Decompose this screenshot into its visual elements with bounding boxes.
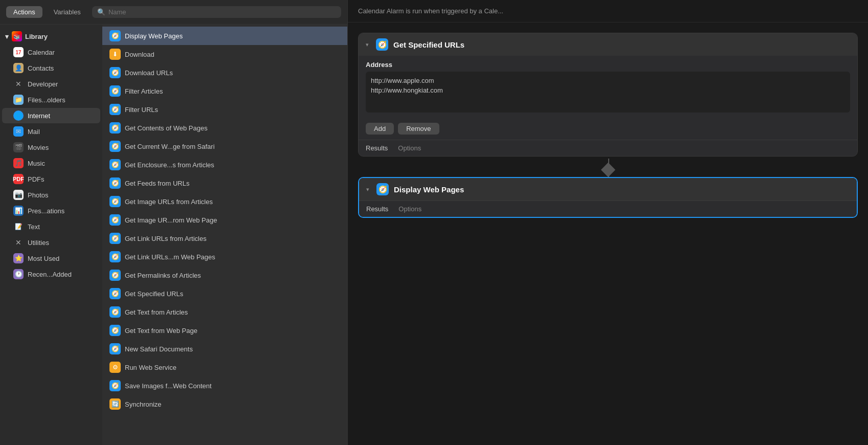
sidebar-item-files[interactable]: 📁 Files...olders: [2, 92, 100, 107]
action-label: Get Contents of Web Pages: [125, 124, 208, 132]
sidebar-item-label: Files...olders: [28, 96, 65, 104]
card-display-web-pages: ▾ 🧭 Display Web Pages Results Options: [358, 177, 858, 218]
card2-header[interactable]: ▾ 🧭 Display Web Pages: [359, 178, 857, 201]
tab-options-card2[interactable]: Options: [398, 205, 421, 213]
photos-icon: 📷: [13, 190, 24, 200]
panels: ▾ 📚 Library 17 Calendar 👤 Contacts ✕ Dev…: [0, 25, 347, 445]
internet-icon: 🌐: [13, 110, 24, 121]
safari-icon-get-link-urls-webpages: 🧭: [109, 251, 121, 262]
sidebar-item-label: Movies: [28, 144, 49, 151]
safari-icon-get-contents: 🧭: [109, 122, 121, 134]
card1-icon: 🧭: [376, 38, 388, 51]
safari-icon-get-image-url-webpage: 🧭: [109, 214, 121, 226]
sidebar-item-internet[interactable]: 🌐 Internet: [2, 108, 100, 123]
action-item-save-images[interactable]: 🧭 Save Images f...Web Content: [102, 376, 347, 395]
action-item-get-image-urls-articles[interactable]: 🧭 Get Image URLs from Articles: [102, 192, 347, 211]
tab-results-card2[interactable]: Results: [366, 205, 388, 213]
sidebar-item-movies[interactable]: 🎬 Movies: [2, 140, 100, 155]
action-label: Filter URLs: [125, 106, 158, 114]
safari-icon-get-text-articles: 🧭: [109, 306, 121, 318]
sidebar-item-developer[interactable]: ✕ Developer: [2, 76, 100, 92]
action-item-run-web-service[interactable]: ⚙ Run Web Service: [102, 358, 347, 376]
card1-tabs: Results Options: [359, 140, 857, 156]
action-item-get-link-urls-articles[interactable]: 🧭 Get Link URLs from Articles: [102, 229, 347, 248]
action-item-get-link-urls-webpages[interactable]: 🧭 Get Link URLs...m Web Pages: [102, 248, 347, 266]
action-label: Download: [125, 51, 154, 58]
sidebar-item-presentations[interactable]: 📊 Pres...ations: [2, 203, 100, 218]
add-button[interactable]: Add: [366, 123, 394, 135]
sidebar-item-calendar[interactable]: 17 Calendar: [2, 44, 100, 60]
card2-body: Results Options: [359, 201, 857, 217]
top-info-bar: Calendar Alarm is run when triggered by …: [348, 0, 868, 23]
right-panel: Calendar Alarm is run when triggered by …: [348, 0, 868, 445]
files-icon: 📁: [13, 95, 24, 105]
mostused-icon: ⭐: [13, 253, 24, 263]
action-label: Get Specified URLs: [125, 290, 183, 298]
card1-header[interactable]: ▾ 🧭 Get Specified URLs: [359, 33, 857, 56]
calendar-icon: 17: [13, 47, 24, 57]
sidebar-item-label: Internet: [28, 112, 50, 120]
action-item-get-specified-urls[interactable]: 🧭 Get Specified URLs: [102, 284, 347, 303]
tab-options-card1[interactable]: Options: [398, 144, 421, 152]
sidebar-item-mail[interactable]: ✉ Mail: [2, 124, 100, 139]
sidebar-item-mostused[interactable]: ⭐ Most Used: [2, 251, 100, 266]
card2-title: Display Web Pages: [394, 185, 464, 194]
sidebar-item-label: Contacts: [28, 64, 54, 72]
action-item-get-text-webpage[interactable]: 🧭 Get Text from Web Page: [102, 321, 347, 340]
search-input[interactable]: [108, 8, 336, 16]
sidebar-item-contacts[interactable]: 👤 Contacts: [2, 60, 100, 76]
left-panel: Actions Variables 🔍 ▾ 📚 Library 17 Calen…: [0, 0, 348, 445]
sidebar-item-pdfs[interactable]: PDF PDFs: [2, 171, 100, 187]
action-label: Get Text from Articles: [125, 308, 188, 316]
safari-icon-get-feeds: 🧭: [109, 177, 121, 189]
url-list[interactable]: http://www.apple.com http://www.hongkiat…: [366, 72, 850, 113]
sidebar-item-recent[interactable]: 🕐 Recen...Added: [2, 266, 100, 282]
tab-results-card1[interactable]: Results: [366, 144, 388, 152]
sidebar-item-label: Pres...ations: [28, 207, 64, 215]
action-item-get-feeds[interactable]: 🧭 Get Feeds from URLs: [102, 174, 347, 192]
action-label: Get Current W...ge from Safari: [125, 143, 215, 150]
action-item-filter-articles[interactable]: 🧭 Filter Articles: [102, 82, 347, 100]
action-item-display-web-pages[interactable]: 🧭 Display Web Pages: [102, 27, 347, 45]
sidebar-item-music[interactable]: 🎵 Music: [2, 155, 100, 171]
action-item-filter-urls[interactable]: 🧭 Filter URLs: [102, 100, 347, 119]
action-item-download[interactable]: ⬇ Download: [102, 45, 347, 63]
run-web-service-icon: ⚙: [109, 362, 121, 373]
action-item-get-contents[interactable]: 🧭 Get Contents of Web Pages: [102, 119, 347, 137]
address-section: Address http://www.apple.com http://www.…: [359, 56, 857, 118]
text-icon: 📝: [13, 221, 24, 232]
sidebar-item-text[interactable]: 📝 Text: [2, 219, 100, 234]
action-item-get-text-articles[interactable]: 🧭 Get Text from Articles: [102, 303, 347, 321]
action-item-get-permalinks[interactable]: 🧭 Get Permalinks of Articles: [102, 266, 347, 284]
action-item-get-enclosures[interactable]: 🧭 Get Enclosure...s from Articles: [102, 155, 347, 174]
btn-row: Add Remove: [359, 118, 857, 140]
card2-icon: 🧭: [376, 183, 389, 195]
action-item-get-image-url-webpage[interactable]: 🧭 Get Image UR...rom Web Page: [102, 211, 347, 229]
connector: [358, 159, 858, 177]
search-icon: 🔍: [97, 8, 105, 16]
sidebar-item-label: PDFs: [28, 175, 44, 183]
tab-variables[interactable]: Variables: [47, 6, 88, 18]
sidebar-item-utilities[interactable]: ✕ Utilities: [2, 235, 100, 250]
remove-button[interactable]: Remove: [398, 123, 439, 135]
library-icon: 📚: [12, 31, 22, 41]
library-header: ▾ 📚 Library: [0, 29, 102, 44]
sidebar-item-photos[interactable]: 📷 Photos: [2, 187, 100, 203]
tab-actions[interactable]: Actions: [6, 6, 42, 18]
action-label: Get Link URLs from Articles: [125, 235, 207, 242]
safari-icon-get-permalinks: 🧭: [109, 270, 121, 281]
safari-icon-save-images: 🧭: [109, 380, 121, 391]
card2-tabs: Results Options: [359, 201, 857, 217]
action-item-download-urls[interactable]: 🧭 Download URLs: [102, 63, 347, 82]
safari-icon-get-current: 🧭: [109, 141, 121, 152]
action-item-synchronize[interactable]: 🔄 Synchronize: [102, 395, 347, 413]
action-label: Download URLs: [125, 69, 173, 77]
action-label: Get Permalinks of Articles: [125, 272, 201, 279]
address-label: Address: [366, 61, 850, 69]
download-icon: ⬇: [109, 49, 121, 60]
url-item-0: http://www.apple.com: [371, 76, 845, 85]
action-label: New Safari Documents: [125, 345, 193, 353]
action-label: Synchronize: [125, 400, 162, 408]
action-item-get-current[interactable]: 🧭 Get Current W...ge from Safari: [102, 137, 347, 155]
action-item-new-safari-documents[interactable]: 🧭 New Safari Documents: [102, 340, 347, 358]
